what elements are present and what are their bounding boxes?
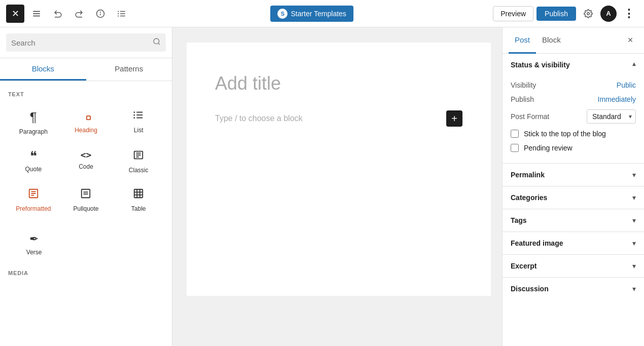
tags-chevron: ▾: [632, 216, 636, 224]
post-format-row: Post Format Standard Aside Image Video Q…: [511, 106, 636, 127]
title-placeholder[interactable]: Add title: [215, 73, 462, 94]
body-placeholder[interactable]: Type / to choose a block: [215, 114, 303, 123]
right-panel: Post Block × Status & visibility ▾ Visib…: [502, 27, 644, 346]
featured-image-section[interactable]: Featured image ▾: [503, 232, 644, 255]
main-layout: Blocks Patterns TEXT ¶ Paragraph Heading: [0, 27, 644, 346]
stick-to-top-label: Stick to the top of the blog: [524, 130, 606, 138]
top-bar-right: Preview Publish A ⋮: [493, 5, 638, 23]
body-area: Type / to choose a block +: [215, 110, 462, 127]
block-table[interactable]: Table: [113, 182, 164, 218]
status-visibility-body: Visibility Public Publish Immediately Po…: [503, 76, 644, 163]
permalink-section[interactable]: Permalink ▾: [503, 164, 644, 186]
panel-close-button[interactable]: ×: [623, 33, 638, 48]
tools-button[interactable]: [27, 5, 46, 23]
svg-line-11: [158, 43, 160, 45]
editor-canvas: Add title Type / to choose a block +: [187, 43, 491, 296]
top-bar-left: ✕: [6, 5, 131, 23]
tab-patterns[interactable]: Patterns: [86, 58, 172, 81]
categories-label: Categories: [511, 194, 547, 202]
redo-button[interactable]: [70, 5, 88, 23]
search-icon: [153, 37, 161, 48]
preview-button[interactable]: Preview: [493, 6, 533, 21]
add-block-button[interactable]: +: [446, 110, 462, 127]
table-label: Table: [131, 205, 146, 212]
sidebar: Blocks Patterns TEXT ¶ Paragraph Heading: [0, 27, 172, 346]
panel-tab-post[interactable]: Post: [509, 27, 536, 54]
block-quote[interactable]: ❝ Quote: [8, 143, 59, 180]
blocks-grid: ¶ Paragraph Heading List: [8, 103, 164, 218]
search-input[interactable]: [11, 39, 150, 47]
verse-icon: ✒: [29, 233, 39, 246]
excerpt-chevron: ▾: [632, 262, 636, 270]
pending-review-checkbox[interactable]: [511, 144, 519, 152]
featured-image-label: Featured image: [511, 239, 563, 247]
status-visibility-title: Status & visibility: [511, 61, 570, 69]
panel-content: Status & visibility ▾ Visibility Public …: [503, 54, 644, 346]
settings-button[interactable]: [579, 5, 597, 23]
preformatted-icon: [28, 188, 39, 202]
search-area: [0, 27, 172, 58]
verse-label: Verse: [26, 249, 42, 256]
heading-label: Heading: [75, 127, 97, 134]
permalink-label: Permalink: [511, 171, 545, 179]
publish-immediately-value[interactable]: Immediately: [598, 95, 636, 103]
block-verse[interactable]: ✒ Verse: [8, 226, 60, 262]
visibility-value[interactable]: Public: [617, 81, 636, 89]
block-classic[interactable]: Classic: [113, 143, 164, 180]
paragraph-icon: ¶: [30, 109, 37, 125]
publish-row: Publish Immediately: [511, 92, 636, 106]
quote-icon: ❝: [30, 149, 37, 163]
discussion-section[interactable]: Discussion ▾: [503, 278, 644, 300]
permalink-chevron: ▾: [632, 171, 636, 179]
info-button[interactable]: [91, 5, 110, 23]
list-view-button[interactable]: [113, 5, 131, 23]
tabs-row: Blocks Patterns: [0, 58, 172, 81]
post-format-select[interactable]: Standard Aside Image Video Quote Link Ga…: [587, 109, 636, 124]
starter-templates-button[interactable]: S Starter Templates: [270, 6, 353, 22]
preformatted-label: Preformatted: [16, 205, 51, 212]
visibility-label: Visibility: [511, 81, 536, 89]
svg-point-9: [587, 12, 590, 15]
undo-button[interactable]: [49, 5, 67, 23]
block-preformatted[interactable]: Preformatted: [8, 182, 59, 218]
status-visibility-header[interactable]: Status & visibility ▾: [503, 54, 644, 76]
top-bar: ✕ S Starter Templates Preview Publish A …: [0, 0, 644, 27]
block-paragraph[interactable]: ¶ Paragraph: [8, 103, 59, 141]
status-visibility-chevron: ▾: [632, 61, 636, 69]
excerpt-label: Excerpt: [511, 262, 536, 270]
discussion-chevron: ▾: [632, 285, 636, 293]
publish-button[interactable]: Publish: [536, 7, 576, 21]
block-list[interactable]: List: [113, 103, 164, 141]
svg-rect-30: [134, 189, 143, 198]
block-heading[interactable]: Heading: [61, 103, 112, 141]
pullquote-icon: [80, 188, 91, 202]
tags-section[interactable]: Tags ▾: [503, 209, 644, 232]
svg-rect-12: [87, 116, 90, 120]
block-pullquote[interactable]: Pullquote: [61, 182, 112, 218]
post-format-label: Post Format: [511, 112, 549, 121]
publish-label: Publish: [511, 95, 534, 103]
close-button[interactable]: ✕: [6, 5, 24, 23]
post-format-select-wrapper: Standard Aside Image Video Quote Link Ga…: [587, 109, 636, 124]
heading-icon: [80, 109, 91, 124]
tab-blocks[interactable]: Blocks: [0, 58, 86, 81]
quote-label: Quote: [25, 166, 42, 173]
block-code[interactable]: <> Code: [61, 143, 112, 180]
sidebar-content: TEXT ¶ Paragraph Heading: [0, 81, 172, 288]
stick-to-top-row: Stick to the top of the blog: [511, 127, 636, 141]
code-icon: <>: [81, 149, 92, 160]
excerpt-section[interactable]: Excerpt ▾: [503, 255, 644, 278]
more-options-button[interactable]: ⋮: [620, 5, 638, 23]
panel-tab-block[interactable]: Block: [536, 27, 567, 54]
categories-section[interactable]: Categories ▾: [503, 186, 644, 209]
starter-templates-icon: S: [277, 9, 288, 19]
media-section-label: MEDIA: [8, 270, 164, 276]
astra-icon[interactable]: A: [600, 6, 617, 22]
tags-label: Tags: [511, 216, 527, 224]
stick-to-top-checkbox[interactable]: [511, 130, 519, 138]
featured-image-chevron: ▾: [632, 239, 636, 247]
list-icon: [133, 109, 144, 124]
classic-icon: [133, 149, 144, 164]
panel-tabs: Post Block ×: [503, 27, 644, 54]
categories-chevron: ▾: [632, 194, 636, 202]
